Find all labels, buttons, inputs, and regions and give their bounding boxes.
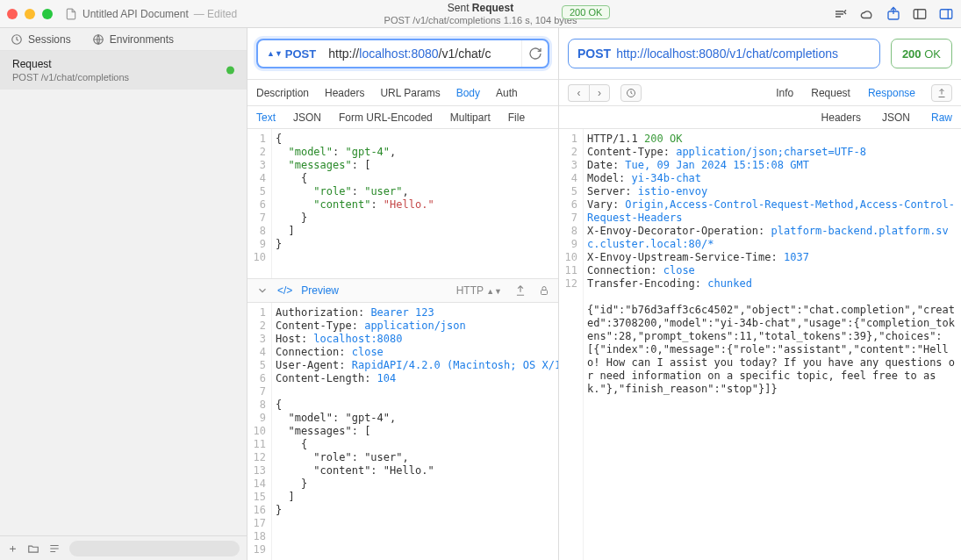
lock-icon[interactable] [539,284,549,297]
history-icon [626,88,636,98]
tab-body[interactable]: Body [456,87,480,99]
body-tab-form[interactable]: Form URL-Encoded [339,111,433,124]
body-tab-file[interactable]: File [508,111,525,124]
sidebar: Sessions Environments Request POST /v1/c… [0,28,247,560]
request-name: Request [12,58,234,70]
history-button[interactable] [620,84,642,102]
sidebar-search-input[interactable] [69,541,240,556]
chevron-down-icon[interactable] [256,284,269,297]
resp-subtab-json[interactable]: JSON [882,111,910,124]
resp-tab-request[interactable]: Request [811,87,850,99]
response-body[interactable]: HTTP/1.1 200 OK Content-Type: applicatio… [584,129,961,560]
code-bracket-icon: </> [277,284,292,297]
preview-toggle[interactable]: Preview [301,284,339,297]
tab-description[interactable]: Description [256,87,309,99]
body-tab-text[interactable]: Text [256,111,276,124]
sidebar-request-item[interactable]: Request POST /v1/chat/completions [0,51,247,90]
svg-rect-2 [940,9,952,18]
response-pane: POST http://localhost:8080/v1/chat/compl… [559,28,961,560]
response-gutter: 1 2 3 4 5 6 7 8 9 10 11 12 [559,129,584,560]
tab-headers[interactable]: Headers [325,87,364,99]
body-editor-gutter: 1 2 3 4 5 6 7 8 9 10 [247,129,272,278]
share-icon [936,88,947,98]
url-input[interactable]: http://localhost:8080/v1/chat/c [325,47,521,61]
minimize-window-button[interactable] [25,9,35,19]
share-icon[interactable] [514,284,527,297]
toggle-icon[interactable] [833,6,849,22]
resp-subtab-headers[interactable]: Headers [821,111,861,124]
send-button[interactable] [521,40,548,67]
zoom-window-button[interactable] [42,9,53,19]
preview-gutter: 1 2 3 4 5 6 7 8 9 10 11 12 13 14 15 16 1… [247,303,272,560]
cloud-icon[interactable] [859,6,875,22]
export-icon[interactable] [886,6,901,22]
sidebar-footer: ＋ [0,535,247,560]
clock-icon [11,33,23,46]
panel-left-icon[interactable] [912,6,928,22]
svg-rect-5 [541,291,548,295]
response-url: POST http://localhost:8080/v1/chat/compl… [568,39,880,68]
request-pane: ▲▼POST http://localhost:8080/v1/chat/c D… [247,28,559,560]
tab-url-params[interactable]: URL Params [380,87,440,99]
response-status: 200 OK [891,39,952,68]
titlebar-subtitle: POST /v1/chat/completions 1.16 s, 104 by… [384,14,577,26]
globe-icon [92,33,104,46]
title-status-pill: 200 OK [562,5,610,19]
document-icon [65,8,77,20]
document-edited-indicator: — Edited [194,8,237,20]
method-dropdown[interactable]: ▲▼POST [258,47,325,61]
folder-icon[interactable] [27,542,39,555]
window-titlebar: Untitled API Document — Edited Sent Requ… [0,0,961,28]
preview-editor: Authorization: Bearer 123 Content-Type: … [272,303,558,560]
request-subtitle: POST /v1/chat/completions [12,72,234,83]
tab-auth[interactable]: Auth [496,87,518,99]
resp-subtab-raw[interactable]: Raw [931,111,952,124]
panel-right-icon[interactable] [938,6,954,22]
close-window-button[interactable] [7,9,18,19]
body-editor[interactable]: { "model": "gpt-4", "messages": [ { "rol… [272,129,558,278]
environments-tab[interactable]: Environments [92,33,174,46]
protocol-dropdown[interactable]: HTTP ▲▼ [456,284,502,297]
history-back-button[interactable]: ‹ [568,84,589,102]
sessions-tab[interactable]: Sessions [11,33,71,46]
resp-tab-info[interactable]: Info [776,87,793,99]
body-tab-multipart[interactable]: Multipart [450,111,491,124]
document-title: Untitled API Document [82,8,189,20]
status-dot [226,67,234,75]
svg-rect-1 [914,9,926,18]
list-icon[interactable] [48,542,61,555]
body-tab-json[interactable]: JSON [293,111,321,124]
refresh-icon [528,47,542,61]
resp-tab-response[interactable]: Response [868,87,915,99]
history-forward-button[interactable]: › [589,84,610,102]
url-input-box[interactable]: ▲▼POST http://localhost:8080/v1/chat/c [256,39,549,68]
add-icon[interactable]: ＋ [7,541,18,556]
response-share-button[interactable] [931,84,952,102]
